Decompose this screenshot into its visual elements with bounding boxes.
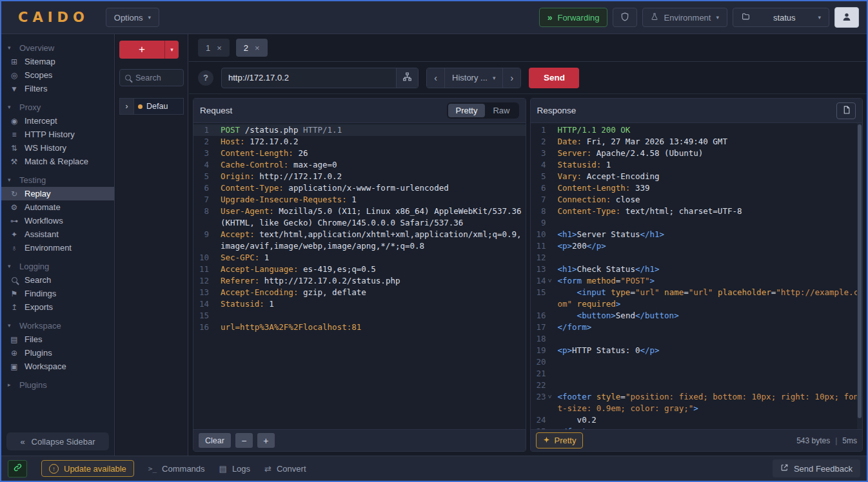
- code-line-19[interactable]: 19<p>HTTP Status: 0</p>: [531, 345, 863, 356]
- new-session-button[interactable]: + ▾: [119, 41, 179, 59]
- code-line-17[interactable]: 17</form>: [531, 322, 863, 333]
- code-line-2[interactable]: 2Host: 172.17.0.2: [193, 136, 526, 148]
- code-line-13[interactable]: 13<h1>Check Status</h1>: [531, 264, 863, 275]
- code-line-15[interactable]: 15: [193, 310, 526, 322]
- options-button[interactable]: Options ▾: [106, 8, 159, 27]
- code-line-8[interactable]: 8Content-Type: text/html; charset=UTF-8: [531, 206, 863, 217]
- sidebar-item-search[interactable]: Search: [1, 273, 114, 287]
- sidebar-item-workspace[interactable]: ▣Workspace: [1, 360, 114, 373]
- code-line-22[interactable]: 22: [531, 380, 863, 391]
- code-line-25[interactable]: 25</footer>: [531, 426, 863, 429]
- help-button[interactable]: ?: [198, 70, 213, 86]
- sidebar-item-findings[interactable]: ⚑Findings: [1, 287, 114, 300]
- code-line-1[interactable]: 1POST /status.php HTTP/1.1: [193, 124, 526, 136]
- code-line-14[interactable]: 14Statusid: 1: [193, 298, 526, 310]
- expand-collection-button[interactable]: ›: [120, 99, 134, 114]
- pretty-tab[interactable]: Pretty: [448, 104, 486, 117]
- collapse-sidebar-button[interactable]: « Collapse Sidebar: [6, 432, 109, 450]
- code-line-5[interactable]: 5Vary: Accept-Encoding: [531, 171, 863, 182]
- code-line-14[interactable]: 14˅<form method="POST">: [531, 275, 863, 287]
- font-decrease-button[interactable]: −: [235, 433, 253, 448]
- logs-button[interactable]: ▤ Logs: [219, 464, 251, 474]
- sidebar-group-logging[interactable]: ▾Logging: [1, 259, 114, 273]
- code-line-1[interactable]: 1HTTP/1.1 200 OK: [531, 124, 863, 136]
- session-collection-row[interactable]: › Defau: [119, 98, 184, 115]
- code-line-5[interactable]: 5Origin: http://172.17.0.2: [193, 171, 526, 182]
- code-line-24[interactable]: 24 v0.2: [531, 414, 863, 426]
- code-line-9[interactable]: 9Accept: text/html,application/xhtml+xml…: [193, 229, 526, 252]
- code-line-16[interactable]: 16 <button>Send</button>: [531, 310, 863, 322]
- copy-response-button[interactable]: [836, 102, 856, 119]
- code-line-4[interactable]: 4Statusid: 1: [531, 159, 863, 171]
- sidebar-item-automate[interactable]: ⚙Automate: [1, 200, 114, 214]
- code-line-4[interactable]: 4Cache-Control: max-age=0: [193, 159, 526, 171]
- sidebar-item-ws-history[interactable]: ⇅WS History: [1, 141, 114, 155]
- code-line-7[interactable]: 7Upgrade-Insecure-Requests: 1: [193, 194, 526, 206]
- code-line-7[interactable]: 7Connection: close: [531, 194, 863, 206]
- raw-tab[interactable]: Raw: [485, 104, 517, 117]
- sitemap-tree-button[interactable]: [396, 68, 418, 88]
- code-line-9[interactable]: 9: [531, 217, 863, 229]
- sidebar-item-assistant[interactable]: ✦Assistant: [1, 227, 114, 241]
- close-tab-icon[interactable]: ×: [217, 43, 222, 53]
- sidebar-group-plugins[interactable]: ▸Plugins: [1, 378, 114, 392]
- history-forward-button[interactable]: ›: [503, 68, 520, 88]
- session-tab-1[interactable]: 1×: [198, 39, 230, 57]
- sidebar-item-files[interactable]: ▤Files: [1, 333, 114, 346]
- convert-button[interactable]: ⇄ Convert: [264, 464, 306, 474]
- sidebar-group-overview[interactable]: ▾Overview: [1, 41, 114, 55]
- response-pretty-button[interactable]: Pretty: [536, 432, 584, 448]
- code-line-15[interactable]: 15 <input type="url" name="url" placehol…: [531, 287, 863, 310]
- history-back-button[interactable]: ‹: [427, 68, 444, 88]
- code-line-10[interactable]: 10<h1>Server Status</h1>: [531, 229, 863, 240]
- code-line-11[interactable]: 11<p>200</p>: [531, 240, 863, 252]
- connection-status-button[interactable]: [8, 460, 27, 477]
- code-line-6[interactable]: 6Content-Length: 339: [531, 182, 863, 194]
- code-line-18[interactable]: 18: [531, 333, 863, 345]
- fold-icon[interactable]: ˅: [546, 391, 554, 414]
- send-feedback-button[interactable]: Send Feedback: [773, 459, 860, 477]
- sidebar-item-filters[interactable]: ▼Filters: [1, 82, 114, 95]
- sidebar-group-workspace[interactable]: ▾Workspace: [1, 318, 114, 333]
- font-increase-button[interactable]: +: [257, 433, 275, 448]
- code-line-3[interactable]: 3Content-Length: 26: [193, 148, 526, 159]
- code-line-6[interactable]: 6Content-Type: application/x-www-form-ur…: [193, 182, 526, 194]
- code-line-20[interactable]: 20: [531, 356, 863, 368]
- sidebar-group-testing[interactable]: ▾Testing: [1, 173, 114, 187]
- sidebar-item-match-replace[interactable]: ⚒Match & Replace: [1, 155, 114, 168]
- project-selector[interactable]: status ▾: [733, 8, 829, 27]
- history-dropdown[interactable]: History ... ▾: [444, 68, 503, 88]
- code-line-10[interactable]: 10Sec-GPC: 1: [193, 252, 526, 264]
- clear-button[interactable]: Clear: [199, 433, 231, 448]
- scroll-thumb[interactable]: [858, 124, 862, 418]
- request-editor[interactable]: 1POST /status.php HTTP/1.12Host: 172.17.…: [193, 123, 526, 429]
- code-line-16[interactable]: 16url=http%3A%2F%2Flocalhost:81: [193, 322, 526, 333]
- sidebar-item-http-history[interactable]: ≡HTTP History: [1, 128, 114, 141]
- code-line-21[interactable]: 21: [531, 368, 863, 380]
- sidebar-item-sitemap[interactable]: ⊞Sitemap: [1, 55, 114, 68]
- url-input[interactable]: [222, 68, 396, 88]
- fold-icon[interactable]: ˅: [546, 275, 554, 287]
- close-tab-icon[interactable]: ×: [255, 43, 260, 53]
- certificate-button[interactable]: [613, 8, 637, 27]
- environment-menu-button[interactable]: Environment ▾: [642, 8, 727, 27]
- chevron-down-icon[interactable]: ▾: [164, 41, 179, 59]
- code-line-2[interactable]: 2Date: Fri, 27 Mar 2026 13:49:40 GMT: [531, 136, 863, 148]
- forwarding-button[interactable]: » Forwarding: [539, 8, 608, 27]
- sidebar-item-environment[interactable]: ♁Environment: [1, 241, 114, 255]
- sidebar-group-proxy[interactable]: ▾Proxy: [1, 100, 114, 114]
- update-available-button[interactable]: ↑ Update available: [41, 460, 134, 477]
- sidebar-item-plugins[interactable]: ⊕Plugins: [1, 346, 114, 360]
- sidebar-item-exports[interactable]: ↥Exports: [1, 300, 114, 314]
- code-line-12[interactable]: 12Referer: http://172.17.0.2/status.php: [193, 275, 526, 287]
- user-avatar-button[interactable]: [834, 7, 859, 28]
- commands-button[interactable]: >_ Commands: [148, 464, 205, 474]
- sidebar-item-replay[interactable]: ↻Replay: [1, 187, 114, 200]
- code-line-23[interactable]: 23˅<footer style="position: fixed; botto…: [531, 391, 863, 414]
- response-scrollbar[interactable]: [857, 123, 862, 429]
- session-tab-2[interactable]: 2×: [236, 39, 268, 57]
- session-search-input[interactable]: [135, 73, 178, 82]
- code-line-3[interactable]: 3Server: Apache/2.4.58 (Ubuntu): [531, 148, 863, 159]
- sidebar-item-workflows[interactable]: ⊶Workflows: [1, 214, 114, 227]
- code-line-8[interactable]: 8User-Agent: Mozilla/5.0 (X11; Linux x86…: [193, 206, 526, 229]
